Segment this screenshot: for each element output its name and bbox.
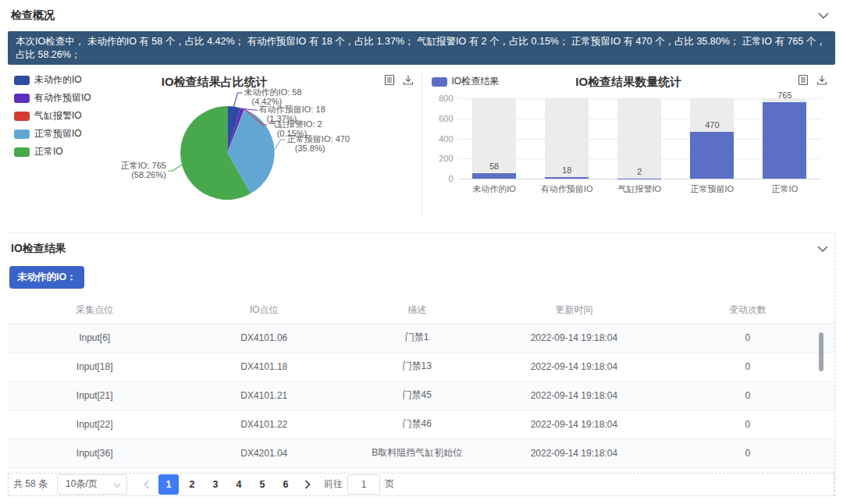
results-table: 采集点位IO点位描述更新时间变动次数 Input[6]DX4101.06门禁12… <box>8 298 834 468</box>
pie-legend-item[interactable]: 有动作预留IO <box>14 91 91 105</box>
page-buttons: 123456 <box>158 474 296 495</box>
page-button-2[interactable]: 2 <box>182 474 202 495</box>
bar-4[interactable] <box>763 102 806 179</box>
page-size-select[interactable]: 10条/页 <box>57 474 127 495</box>
legend-label: IO检查结果 <box>452 75 500 88</box>
pie-legend-item[interactable]: 气缸报警IO <box>14 109 91 122</box>
bar-chart-panel: IO检查结果 IO检查结果数量统计 0200400600800 58未动作的IO… <box>422 69 836 220</box>
next-page-button[interactable] <box>299 474 316 495</box>
bar-series: 58未动作的IO18有动作预留IO2气缸报警IO470正常预留IO765正常IO <box>458 98 822 179</box>
pie-legend: 未动作的IO有动作预留IO气缸报警IO正常预留IO正常IO <box>14 73 91 158</box>
bar-1[interactable] <box>545 177 589 179</box>
table-cell: DX4101.06 <box>181 323 347 352</box>
legend-label: 正常IO <box>34 145 63 158</box>
table-cell: 2022-09-14 19:18:04 <box>487 438 660 467</box>
column-header-1: IO点位 <box>181 298 347 323</box>
pie-label-line <box>275 140 286 150</box>
bar-0[interactable] <box>472 173 516 179</box>
legend-swatch <box>14 112 30 121</box>
pie-label: 未动作的IO: 58(4.42%) <box>244 87 301 106</box>
y-axis-label: 600 <box>425 114 454 123</box>
page-button-5[interactable]: 5 <box>252 474 272 495</box>
x-axis-label: 正常IO <box>749 183 821 195</box>
results-section: IO检查结果 未动作的IO： 采集点位IO点位描述更新时间变动次数 Input[… <box>8 232 835 496</box>
y-axis-label: 200 <box>425 154 454 163</box>
x-axis-label: 气缸报警IO <box>603 183 676 195</box>
x-axis-label: 未动作的IO <box>458 183 531 195</box>
legend-label: 有动作预留IO <box>34 91 91 105</box>
pie-label: 正常预留IO: 470(35.8%) <box>287 134 350 153</box>
table-row[interactable]: Input[6]DX4101.06门禁12022-09-14 19:18:040 <box>8 323 834 352</box>
table-cell: DX4201.04 <box>181 438 347 467</box>
column-header-4: 变动次数 <box>661 298 834 323</box>
table-cell: 2022-09-14 19:18:04 <box>487 352 660 381</box>
column-header-2: 描述 <box>347 298 487 323</box>
legend-swatch <box>14 76 30 85</box>
pie-label-line <box>233 93 242 107</box>
legend-swatch <box>14 94 30 103</box>
table-row[interactable]: Input[18]DX4101.18门禁132022-09-14 19:18:0… <box>8 352 834 381</box>
table-cell: 门禁45 <box>347 381 487 410</box>
page-button-1[interactable]: 1 <box>158 474 179 495</box>
table-cell: Input[22] <box>8 410 181 438</box>
y-axis-label: 800 <box>425 94 454 103</box>
goto-page-input[interactable] <box>347 474 380 495</box>
page-size-value: 10条/页 <box>66 477 98 491</box>
page-button-6[interactable]: 6 <box>276 474 296 495</box>
overview-title: 检查概况 <box>11 9 55 23</box>
summary-text: 本次IO检查中， 未动作的IO 有 58 个，占比 4.42%； 有动作预留IO… <box>16 35 827 61</box>
table-cell: 0 <box>661 438 834 467</box>
page-button-4[interactable]: 4 <box>229 474 249 495</box>
x-axis-label: 有动作预留IO <box>531 183 603 195</box>
results-title: IO检查结果 <box>11 242 66 256</box>
bar-value-label: 18 <box>531 165 603 175</box>
x-axis-label: 正常预留IO <box>676 183 749 195</box>
table-cell: 0 <box>661 410 834 438</box>
legend-swatch <box>14 147 30 157</box>
y-axis-label: 0 <box>425 174 454 183</box>
pie-legend-item[interactable]: 正常IO <box>14 145 91 158</box>
download-icon[interactable] <box>816 74 827 86</box>
table-cell: B取料阻挡气缸初始位 <box>347 438 487 467</box>
results-panel-header[interactable]: IO检查结果 <box>8 233 834 264</box>
table-cell: DX4101.21 <box>181 381 347 410</box>
column-header-3: 更新时间 <box>487 298 660 323</box>
legend-label: 未动作的IO <box>34 73 82 87</box>
bar-slot: 2气缸报警IO <box>603 98 676 179</box>
column-header-0: 采集点位 <box>8 298 181 323</box>
table-row[interactable]: Input[36]DX4201.04B取料阻挡气缸初始位2022-09-14 1… <box>8 438 834 467</box>
pie-legend-item[interactable]: 未动作的IO <box>14 73 91 87</box>
bar-value-label: 765 <box>749 91 821 100</box>
bar-plot: 0200400600800 58未动作的IO18有动作预留IO2气缸报警IO47… <box>458 98 822 179</box>
goto-suffix: 页 <box>385 477 394 491</box>
table-cell: Input[21] <box>8 381 181 410</box>
table-cell: DX4101.22 <box>181 410 347 438</box>
bar-slot: 470正常预留IO <box>676 98 749 179</box>
bar-slot: 765正常IO <box>749 98 821 179</box>
table-cell: Input[36] <box>8 438 181 467</box>
data-view-icon[interactable] <box>798 74 809 86</box>
prev-page-button[interactable] <box>138 474 155 495</box>
table-row[interactable]: Input[21]DX4101.21门禁452022-09-14 19:18:0… <box>8 381 834 410</box>
pie-legend-item[interactable]: 正常预留IO <box>14 127 91 140</box>
table-cell: 2022-09-14 19:18:04 <box>487 381 660 410</box>
table-cell: DX4101.18 <box>181 352 347 381</box>
table-cell: 门禁1 <box>347 323 487 352</box>
legend-swatch <box>432 77 447 87</box>
bar-legend-item[interactable]: IO检查结果 <box>432 75 500 88</box>
table-cell: 门禁13 <box>347 352 487 381</box>
summary-banner: 本次IO检查中， 未动作的IO 有 58 个，占比 4.42%； 有动作预留IO… <box>8 31 835 65</box>
table-cell: 0 <box>661 323 834 352</box>
page-button-3[interactable]: 3 <box>205 474 226 495</box>
chevron-down-icon[interactable] <box>818 12 829 19</box>
vertical-scrollbar[interactable] <box>819 332 823 371</box>
chart-toolbox <box>798 74 827 86</box>
bar-3[interactable] <box>690 132 734 179</box>
io-inspection-dashboard: 检查概况 本次IO检查中， 未动作的IO 有 58 个，占比 4.42%； 有动… <box>0 0 843 496</box>
legend-label: 正常预留IO <box>34 127 82 140</box>
bar-slot: 18有动作预留IO <box>531 98 603 179</box>
filter-badge[interactable]: 未动作的IO： <box>9 266 84 289</box>
table-row[interactable]: Input[22]DX4101.22门禁462022-09-14 19:18:0… <box>8 410 834 438</box>
overview-panel-header[interactable]: 检查概况 <box>8 0 835 31</box>
chevron-down-icon[interactable] <box>817 246 828 252</box>
